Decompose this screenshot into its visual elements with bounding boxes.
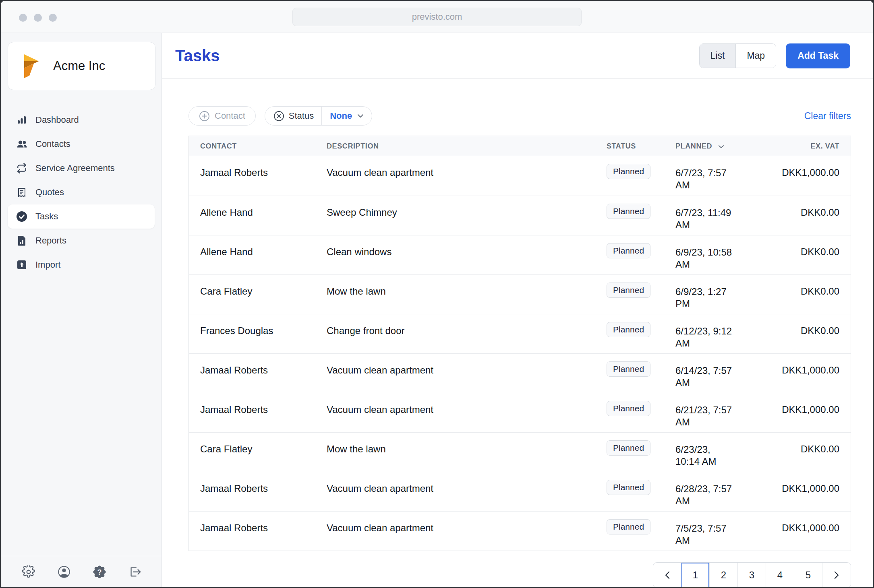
previsto-logo-icon <box>20 53 43 79</box>
help-icon[interactable]: ? <box>93 565 106 579</box>
cell-contact: Jamaal Roberts <box>189 472 327 511</box>
pagination: 1 2 3 4 5 <box>653 562 851 588</box>
sidebar-item-label: Quotes <box>35 187 64 198</box>
table-row[interactable]: Frances Douglas Change front door Planne… <box>189 314 851 353</box>
sidebar-item-contacts[interactable]: Contacts <box>1 132 162 156</box>
contact-filter-button[interactable]: Contact <box>188 106 256 126</box>
sidebar-item-quotes[interactable]: Quotes <box>1 180 162 204</box>
window-controls <box>19 14 57 22</box>
status-badge: Planned <box>607 361 650 377</box>
cell-description: Mow the lawn <box>327 274 607 314</box>
column-header-contact: CONTACT <box>189 136 327 156</box>
cell-description: Vacuum clean apartment <box>327 353 607 393</box>
cell-contact: Jamaal Roberts <box>189 393 327 432</box>
table-row[interactable]: Jamaal Roberts Vacuum clean apartment Pl… <box>189 353 851 393</box>
cell-status: Planned <box>607 432 675 472</box>
settings-gear-icon[interactable] <box>22 565 35 579</box>
cell-contact: Jamaal Roberts <box>189 511 327 551</box>
cell-planned: 6/9/23, 1:27 PM <box>675 274 753 314</box>
cell-planned: 6/12/23, 9:12 AM <box>675 314 753 353</box>
sidebar-item-reports[interactable]: Reports <box>1 229 162 253</box>
sidebar-item-dashboard[interactable]: Dashboard <box>1 108 162 132</box>
upload-icon <box>16 260 27 270</box>
cell-status: Planned <box>607 511 675 551</box>
tasks-table: CONTACT DESCRIPTION STATUS PLANNED EX. V… <box>188 136 851 551</box>
cell-planned: 7/5/23, 7:57 AM <box>675 511 753 551</box>
cell-ex-vat: DKK1,000.00 <box>753 353 851 393</box>
table-row[interactable]: Cara Flatley Mow the lawn Planned 6/9/23… <box>189 274 851 314</box>
status-filter-remove[interactable]: Status <box>265 107 318 125</box>
status-filter: Status None <box>265 106 372 126</box>
cell-contact: Allene Hand <box>189 196 327 235</box>
cell-status: Planned <box>607 314 675 353</box>
sidebar-item-label: Reports <box>35 235 66 246</box>
sidebar-item-label: Contacts <box>35 139 70 149</box>
cell-description: Vacuum clean apartment <box>327 156 607 196</box>
sidebar-item-label: Dashboard <box>35 115 79 125</box>
status-badge: Planned <box>607 322 650 337</box>
company-name: Acme Inc <box>53 59 105 73</box>
table-row[interactable]: Jamaal Roberts Vacuum clean apartment Pl… <box>189 511 851 551</box>
cell-contact: Jamaal Roberts <box>189 353 327 393</box>
table-row[interactable]: Jamaal Roberts Vacuum clean apartment Pl… <box>189 393 851 432</box>
table-row[interactable]: Jamaal Roberts Vacuum clean apartment Pl… <box>189 472 851 511</box>
cell-description: Vacuum clean apartment <box>327 472 607 511</box>
company-card[interactable]: Acme Inc <box>8 42 155 90</box>
status-filter-value-dropdown[interactable]: None <box>322 107 372 125</box>
add-task-button[interactable]: Add Task <box>786 43 850 68</box>
sidebar: Acme Inc Dashboard <box>1 33 162 587</box>
column-header-planned-sort[interactable]: PLANNED <box>675 136 753 156</box>
view-toggle-map[interactable]: Map <box>736 44 776 68</box>
cell-planned: 6/7/23, 7:57 AM <box>675 156 753 196</box>
page-title: Tasks <box>175 47 220 65</box>
sidebar-item-import[interactable]: Import <box>1 253 162 277</box>
chevron-right-icon <box>834 571 839 579</box>
column-header-ex-vat: EX. VAT <box>753 136 851 156</box>
pagination-prev-button[interactable] <box>653 563 681 588</box>
cell-ex-vat: DKK1,000.00 <box>753 156 851 196</box>
cell-ex-vat: DKK0.00 <box>753 432 851 472</box>
cell-description: Change front door <box>327 314 607 353</box>
status-badge: Planned <box>607 164 650 179</box>
table-row[interactable]: Cara Flatley Mow the lawn Planned 6/23/2… <box>189 432 851 472</box>
plus-circle-icon <box>199 111 210 122</box>
status-filter-label: Status <box>289 111 314 121</box>
status-badge: Planned <box>607 440 650 456</box>
sign-out-icon[interactable] <box>128 565 142 579</box>
view-toggle: List Map <box>699 43 777 68</box>
report-doc-icon <box>16 235 27 246</box>
cell-contact: Allene Hand <box>189 235 327 274</box>
pagination-page-1[interactable]: 1 <box>681 563 710 588</box>
status-badge: Planned <box>607 401 650 416</box>
window-dot-icon <box>49 14 57 22</box>
account-user-icon[interactable] <box>57 565 71 579</box>
table-row[interactable]: Allene Hand Clean windows Planned 6/9/23… <box>189 235 851 274</box>
window-dot-icon <box>19 14 27 22</box>
status-badge: Planned <box>607 204 650 219</box>
pagination-page-4[interactable]: 4 <box>766 563 794 588</box>
table-row[interactable]: Jamaal Roberts Vacuum clean apartment Pl… <box>189 156 851 196</box>
cell-contact: Cara Flatley <box>189 432 327 472</box>
table-row[interactable]: Allene Hand Sweep Chimney Planned 6/7/23… <box>189 196 851 235</box>
sidebar-item-tasks[interactable]: Tasks <box>8 204 155 229</box>
view-toggle-list[interactable]: List <box>700 44 736 68</box>
chevron-down-icon <box>718 145 724 149</box>
pagination-page-2[interactable]: 2 <box>710 563 738 588</box>
cell-status: Planned <box>607 156 675 196</box>
cell-ex-vat: DKK1,000.00 <box>753 511 851 551</box>
cell-planned: 6/28/23, 7:57 AM <box>675 472 753 511</box>
pagination-next-button[interactable] <box>822 563 851 588</box>
column-header-status: STATUS <box>607 136 675 156</box>
sidebar-item-service-agreements[interactable]: Service Agreements <box>1 156 162 180</box>
status-filter-value: None <box>330 111 352 121</box>
pagination-page-3[interactable]: 3 <box>738 563 766 588</box>
chevron-down-icon <box>357 114 364 118</box>
cell-status: Planned <box>607 235 675 274</box>
app-window: previsto.com Acme Inc <box>0 0 874 588</box>
url-bar[interactable]: previsto.com <box>292 8 582 26</box>
cell-ex-vat: DKK1,000.00 <box>753 393 851 432</box>
sidebar-footer: ? <box>1 556 162 587</box>
clear-filters-link[interactable]: Clear filters <box>804 111 851 122</box>
pagination-page-5[interactable]: 5 <box>794 563 822 588</box>
column-header-description: DESCRIPTION <box>327 136 607 156</box>
